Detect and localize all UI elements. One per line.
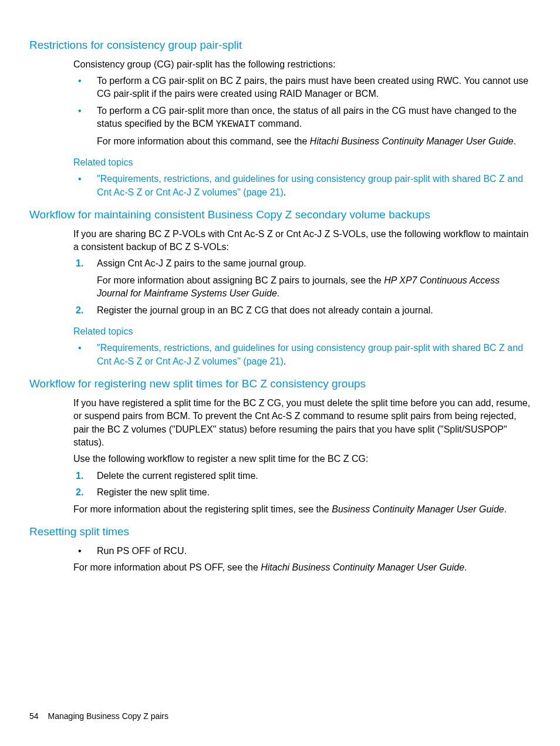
page-number: 54 bbox=[29, 711, 39, 721]
text: . bbox=[514, 136, 516, 146]
text: . bbox=[464, 562, 467, 572]
more-info: For more information about assigning BC … bbox=[97, 274, 531, 301]
text: . bbox=[284, 356, 286, 366]
page-footer: 54Managing Business Copy Z pairs bbox=[29, 711, 168, 723]
more-info: For more information about this command,… bbox=[97, 135, 531, 148]
list-item: To perform a CG pair-split more than onc… bbox=[73, 104, 531, 148]
paragraph: If you have registered a split time for … bbox=[73, 397, 531, 450]
heading-workflow-backup: Workflow for maintaining consistent Busi… bbox=[29, 207, 531, 223]
paragraph: Use the following workflow to register a… bbox=[73, 453, 531, 465]
workflow-steps: Delete the current registered split time… bbox=[73, 470, 531, 499]
related-topics-label: Related topics bbox=[73, 156, 531, 169]
resetting-list: Run PS OFF of RCU. bbox=[73, 545, 531, 558]
related-list: "Requirements, restrictions, and guideli… bbox=[73, 173, 531, 199]
restrictions-list: To perform a CG pair-split on BC Z pairs… bbox=[73, 75, 531, 148]
text: For more information about the registeri… bbox=[73, 504, 332, 514]
intro-text: If you are sharing BC Z P-VOLs with Cnt … bbox=[73, 228, 531, 254]
text: . bbox=[284, 187, 286, 197]
text: . bbox=[504, 504, 507, 514]
list-item: Assign Cnt Ac-J Z pairs to the same jour… bbox=[73, 257, 531, 300]
more-info: For more information about PS OFF, see t… bbox=[73, 561, 531, 574]
list-item: Delete the current registered split time… bbox=[73, 470, 531, 482]
related-link[interactable]: "Requirements, restrictions, and guideli… bbox=[97, 174, 523, 197]
list-item: "Requirements, restrictions, and guideli… bbox=[73, 342, 531, 368]
intro-text: Consistency group (CG) pair-split has th… bbox=[73, 58, 531, 71]
related-list: "Requirements, restrictions, and guideli… bbox=[73, 342, 531, 368]
footer-title: Managing Business Copy Z pairs bbox=[48, 711, 168, 721]
text: To perform a CG pair-split more than onc… bbox=[97, 106, 517, 129]
list-item: Register the journal group in an BC Z CG… bbox=[73, 304, 531, 317]
doc-title: Hitachi Business Continuity Manager User… bbox=[261, 562, 464, 572]
related-link[interactable]: "Requirements, restrictions, and guideli… bbox=[97, 343, 523, 366]
heading-resetting: Resetting split times bbox=[29, 524, 531, 540]
heading-workflow-split: Workflow for registering new split times… bbox=[29, 376, 531, 392]
related-topics-label: Related topics bbox=[73, 325, 531, 338]
heading-restrictions: Restrictions for consistency group pair-… bbox=[29, 38, 531, 53]
text: For more information about this command,… bbox=[97, 136, 310, 146]
text: Assign Cnt Ac-J Z pairs to the same jour… bbox=[97, 258, 306, 268]
workflow-steps: Assign Cnt Ac-J Z pairs to the same jour… bbox=[73, 257, 531, 317]
doc-title: Hitachi Business Continuity Manager User… bbox=[310, 136, 514, 146]
code-text: YKEWAIT bbox=[216, 119, 255, 130]
doc-title: Business Continuity Manager User Guide bbox=[332, 504, 504, 514]
text: For more information about assigning BC … bbox=[97, 275, 384, 285]
list-item: "Requirements, restrictions, and guideli… bbox=[73, 173, 531, 199]
text: command. bbox=[255, 119, 302, 129]
list-item: Run PS OFF of RCU. bbox=[73, 545, 531, 558]
text: For more information about PS OFF, see t… bbox=[73, 562, 261, 572]
list-item: To perform a CG pair-split on BC Z pairs… bbox=[73, 75, 531, 101]
text: . bbox=[277, 288, 279, 298]
more-info: For more information about the registeri… bbox=[73, 503, 531, 516]
list-item: Register the new split time. bbox=[73, 486, 531, 499]
